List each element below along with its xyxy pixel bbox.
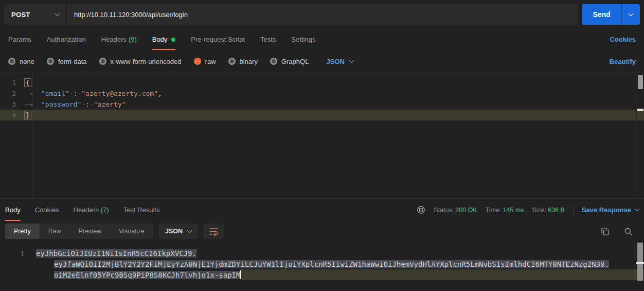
- response-tab-test-results[interactable]: Test Results: [123, 199, 160, 221]
- status-label: Status:: [434, 207, 454, 214]
- tab-pre-request-script[interactable]: Pre-request Script: [191, 29, 245, 50]
- response-header: Body Cookies Headers (7) Test Results St…: [0, 198, 644, 221]
- comma-token: ,: [158, 90, 162, 97]
- jwt-token-segment: eyJfaWQiOiI2MjBlY2Y2Y2FiMjEyYzA0NjE1Yjdm…: [54, 260, 609, 268]
- headers-count-badge: (7): [101, 206, 109, 214]
- view-pretty[interactable]: Pretty: [5, 224, 40, 239]
- method-label: POST: [11, 11, 30, 19]
- body-type-option-x-www-form-urlencoded[interactable]: x-www-form-urlencoded: [99, 58, 182, 65]
- radio-icon: [270, 58, 277, 65]
- chevron-down-icon: [629, 11, 634, 16]
- option-label: x-www-form-urlencoded: [111, 58, 182, 65]
- line-number: 3: [0, 100, 24, 108]
- url-input[interactable]: [67, 4, 578, 25]
- json-string-value: "azerty@azerty.com": [81, 90, 158, 97]
- response-meta: Status:200 OK Time:145 ms Size:636 B Sav…: [417, 199, 639, 221]
- tab-authorization[interactable]: Authorization: [47, 29, 86, 50]
- view-mode-group: Pretty Raw Preview Visualize: [5, 224, 153, 239]
- view-preview[interactable]: Preview: [70, 224, 110, 239]
- wrap-text-button[interactable]: [203, 224, 224, 239]
- view-raw[interactable]: Raw: [40, 224, 70, 239]
- raw-language-select[interactable]: JSON: [326, 58, 353, 65]
- line-number: 2: [0, 90, 24, 97]
- response-line-1: 1 eyJhbGciOiJIUzI1NiIsInR5cCI6IkpXVCJ9.: [0, 248, 644, 259]
- response-toolbar: Pretty Raw Preview Visualize JSON: [0, 221, 644, 242]
- tab-whitespace-icon: →: [24, 90, 65, 97]
- copy-icon[interactable]: [601, 227, 610, 236]
- time-value: 145 ms: [503, 207, 524, 214]
- request-bar: POST Send: [0, 0, 644, 29]
- response-line-1-wrap-a: eyJfaWQiOiI2MjBlY2Y2Y2FiMjEyYzA0NjE1Yjdm…: [0, 259, 644, 269]
- radio-icon: [228, 58, 236, 65]
- vertical-divider: [573, 205, 574, 215]
- cursor-position-marker: [637, 109, 643, 111]
- option-label: binary: [240, 58, 258, 65]
- headers-count-badge: (9): [129, 36, 137, 43]
- send-split-button: Send: [582, 4, 640, 25]
- tab-params[interactable]: Params: [8, 29, 31, 50]
- body-type-option-none[interactable]: none: [8, 58, 34, 65]
- whitespace-dot: ·: [90, 100, 94, 108]
- chevron-down-icon: [635, 207, 640, 212]
- view-visualize[interactable]: Visualize: [110, 224, 153, 239]
- language-label: JSON: [165, 228, 183, 235]
- line-number: 1: [0, 79, 24, 87]
- tab-label: Headers: [74, 206, 99, 214]
- option-label: GraphQL: [281, 58, 309, 65]
- response-scrollbar[interactable]: [636, 242, 644, 291]
- active-tab-underline: [5, 220, 21, 221]
- radio-icon: [8, 58, 15, 65]
- editor-line-2: 2 → "email" · : · "azerty@azerty.com" ,: [0, 88, 644, 99]
- body-type-option-form-data[interactable]: form-data: [47, 58, 87, 65]
- line-number: 1: [0, 249, 24, 257]
- body-type-option-graphql[interactable]: GraphQL: [270, 58, 309, 65]
- tab-label: Tests: [260, 36, 276, 43]
- tab-label: Params: [8, 36, 31, 43]
- beautify-link[interactable]: Beautify: [610, 58, 636, 65]
- editor-scrollbar[interactable]: [636, 73, 644, 198]
- tab-settings[interactable]: Settings: [291, 29, 315, 50]
- tab-body[interactable]: Body: [152, 29, 176, 50]
- body-type-option-raw[interactable]: raw: [194, 58, 216, 65]
- whitespace-dot: ·: [81, 100, 85, 108]
- status-value: 200 OK: [455, 207, 477, 214]
- current-line-highlight: [241, 269, 644, 280]
- wrap-text-icon: [209, 227, 219, 236]
- response-tab-headers[interactable]: Headers (7): [74, 199, 109, 221]
- request-tabs: Params Authorization Headers (9) Body Pr…: [0, 29, 644, 50]
- json-string-value: "azerty": [94, 100, 126, 108]
- send-options-button[interactable]: [621, 4, 640, 25]
- jwt-token-segment: eyJhbGciOiJIUzI1NiIsInR5cCI6IkpXVCJ9.: [36, 249, 196, 258]
- search-icon[interactable]: [624, 227, 633, 236]
- chevron-down-icon: [349, 58, 354, 63]
- send-button[interactable]: Send: [582, 4, 621, 25]
- tab-label: Body: [152, 36, 168, 43]
- scrollbar-thumb[interactable]: [638, 75, 643, 89]
- colon-token: :: [74, 90, 78, 97]
- response-language-select[interactable]: JSON: [158, 224, 198, 239]
- size-value: 636 B: [548, 207, 565, 214]
- cookies-link[interactable]: Cookies: [610, 36, 636, 43]
- colon-token: :: [85, 100, 90, 108]
- status-badge: Status:200 OK: [434, 207, 477, 214]
- body-type-option-binary[interactable]: binary: [228, 58, 258, 65]
- editor-line-3: 3 → "password" · : · "azerty": [0, 99, 644, 110]
- response-tab-cookies[interactable]: Cookies: [35, 199, 59, 221]
- cursor-position-marker: [636, 262, 644, 264]
- chevron-down-icon: [187, 228, 192, 233]
- radio-icon: [47, 58, 54, 65]
- request-body-editor[interactable]: 1 { 2 → "email" · : · "azerty@azerty.com…: [0, 73, 644, 198]
- scrollbar-thumb[interactable]: [637, 243, 643, 281]
- editor-line-1: 1 {: [0, 77, 644, 88]
- save-response-button[interactable]: Save Response: [582, 206, 639, 214]
- response-tab-body[interactable]: Body: [5, 199, 21, 221]
- radio-selected-icon: [194, 58, 201, 65]
- tab-headers[interactable]: Headers (9): [101, 29, 137, 50]
- jwt-token-segment: oiM2eElnf05YPc9BSq9PiP8S8KCJh7lvhjo1x-sa…: [54, 271, 240, 279]
- tab-tests[interactable]: Tests: [260, 29, 276, 50]
- method-select[interactable]: POST: [4, 4, 67, 25]
- chevron-down-icon: [55, 11, 60, 16]
- option-label: raw: [205, 58, 216, 65]
- response-body-viewer[interactable]: 1 eyJhbGciOiJIUzI1NiIsInR5cCI6IkpXVCJ9. …: [0, 242, 644, 291]
- globe-icon[interactable]: [417, 206, 425, 214]
